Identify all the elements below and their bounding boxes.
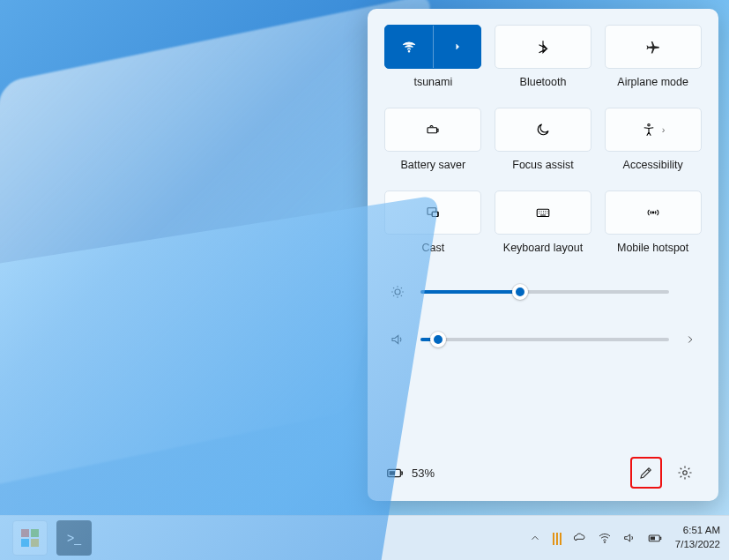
svg-point-8 <box>395 289 400 295</box>
tray-overflow-chevron[interactable] <box>529 532 541 544</box>
tile-accessibility-label: Accessibility <box>623 159 683 171</box>
edit-quick-settings-button[interactable] <box>630 457 662 489</box>
tile-keyboard-layout-wrap: Keyboard layout <box>494 190 593 254</box>
battery-status[interactable]: 53% <box>385 463 435 482</box>
tile-wifi[interactable] <box>384 25 481 69</box>
svg-point-7 <box>652 212 654 213</box>
tile-mobile-hotspot-wrap: Mobile hotspot <box>603 190 703 254</box>
wifi-toggle-half[interactable] <box>385 26 433 68</box>
desktop-wallpaper: tsunami Bluetooth Airplane mode <box>0 0 729 560</box>
volume-slider-row <box>389 332 697 347</box>
accessibility-icon <box>641 122 657 138</box>
tile-mobile-hotspot[interactable] <box>605 190 702 235</box>
panel-footer: 53% <box>383 452 703 489</box>
svg-point-2 <box>648 124 650 126</box>
svg-rect-3 <box>428 208 436 215</box>
tray-battery-icon[interactable] <box>647 530 663 546</box>
volume-slider[interactable] <box>420 338 669 341</box>
tray-wifi-icon[interactable] <box>598 531 612 545</box>
chevron-right-icon: › <box>662 124 666 135</box>
tile-wifi-wrap: tsunami <box>383 25 483 88</box>
onedrive-icon[interactable] <box>573 531 587 545</box>
svg-rect-9 <box>388 469 401 476</box>
battery-percent-label: 53% <box>412 467 435 480</box>
terminal-app-button[interactable]: >_ <box>56 520 92 556</box>
start-button[interactable] <box>12 520 48 556</box>
tile-battery-saver-wrap: Battery saver <box>383 108 483 171</box>
tile-focus-assist[interactable] <box>495 108 591 152</box>
brightness-slider[interactable] <box>420 290 669 294</box>
taskbar-clock[interactable]: 6:51 AM 7/13/2022 <box>675 524 720 551</box>
clock-date: 7/13/2022 <box>675 538 720 552</box>
tile-airplane-label: Airplane mode <box>617 76 688 88</box>
tile-keyboard-layout-label: Keyboard layout <box>503 242 583 254</box>
tile-battery-saver[interactable] <box>384 108 481 152</box>
svg-rect-14 <box>651 537 655 541</box>
volume-output-chevron[interactable] <box>683 333 697 346</box>
tile-accessibility[interactable]: › <box>605 108 702 152</box>
tile-bluetooth-label: Bluetooth <box>520 76 567 88</box>
taskbar-pinned: >_ <box>12 520 92 556</box>
tray-volume-icon[interactable] <box>622 531 636 545</box>
taskbar: >_ ||| 6:51 AM 7/13/2022 <box>0 515 729 560</box>
wifi-icon <box>401 39 417 55</box>
tile-cast[interactable] <box>384 190 481 235</box>
gear-icon <box>677 465 693 481</box>
quick-tiles-grid: tsunami Bluetooth Airplane mode <box>383 25 703 254</box>
tile-airplane-wrap: Airplane mode <box>603 25 703 88</box>
svg-point-0 <box>408 51 410 53</box>
tile-keyboard-layout[interactable] <box>495 190 591 235</box>
sliders-section <box>383 284 703 347</box>
tile-cast-label: Cast <box>421 242 444 254</box>
chevron-right-icon <box>452 41 463 52</box>
terminal-icon: >_ <box>67 531 81 545</box>
quick-settings-panel: tsunami Bluetooth Airplane mode <box>368 9 718 501</box>
settings-button[interactable] <box>669 457 701 489</box>
battery-saver-icon <box>425 122 441 138</box>
keyboard-icon <box>535 205 551 220</box>
system-tray: ||| 6:51 AM 7/13/2022 <box>529 524 720 551</box>
airplane-icon <box>645 39 661 55</box>
pencil-icon <box>638 465 654 481</box>
brightness-slider-row <box>389 284 697 300</box>
tile-accessibility-wrap: › Accessibility <box>603 108 703 171</box>
cast-icon <box>425 205 441 220</box>
tile-battery-saver-label: Battery saver <box>401 159 466 171</box>
tray-icons: ||| <box>529 530 663 546</box>
svg-rect-10 <box>390 471 395 475</box>
hotspot-icon <box>645 205 661 220</box>
tray-app-icon[interactable]: ||| <box>552 531 562 545</box>
windows-logo-icon <box>21 529 39 547</box>
tile-bluetooth-wrap: Bluetooth <box>494 25 593 88</box>
svg-rect-4 <box>433 212 439 216</box>
tile-bluetooth[interactable] <box>495 25 591 69</box>
tile-mobile-hotspot-label: Mobile hotspot <box>617 242 688 254</box>
svg-point-12 <box>604 541 605 542</box>
tile-focus-assist-wrap: Focus assist <box>494 108 593 171</box>
tile-wifi-label: tsunami <box>413 76 452 88</box>
bluetooth-icon <box>535 39 551 55</box>
svg-point-11 <box>683 471 688 475</box>
tile-cast-wrap: Cast <box>383 190 483 254</box>
tile-focus-assist-label: Focus assist <box>512 159 573 171</box>
svg-rect-1 <box>428 128 437 133</box>
wifi-expand-half[interactable] <box>433 26 481 68</box>
volume-icon[interactable] <box>389 332 406 347</box>
moon-icon <box>535 122 551 138</box>
tile-airplane[interactable] <box>605 25 702 69</box>
brightness-icon <box>389 284 406 300</box>
clock-time: 6:51 AM <box>675 524 720 538</box>
footer-actions <box>630 457 701 489</box>
battery-icon <box>385 463 405 482</box>
